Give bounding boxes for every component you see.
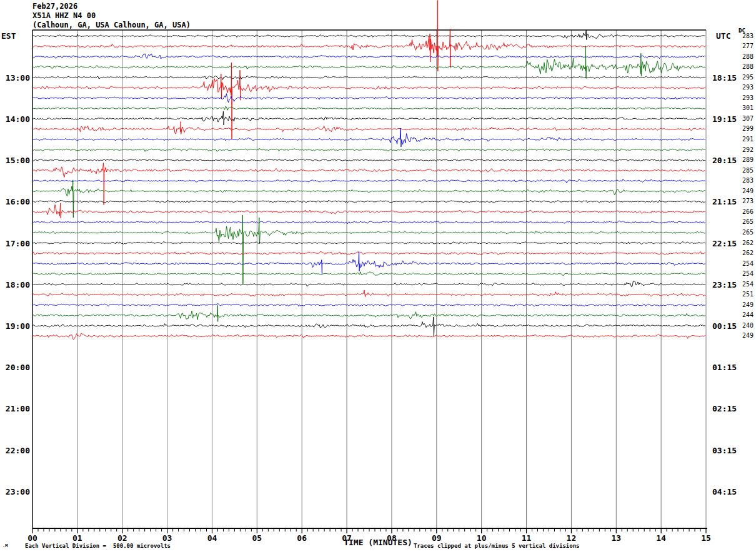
dc-offset-value: 265: [742, 218, 754, 225]
minute-tick-label: 10: [477, 533, 487, 543]
minute-tick-label: 05: [252, 533, 262, 543]
dc-offset-value: 254: [742, 270, 754, 277]
seismic-trace-1400: [32, 111, 705, 125]
header-station: X51A HHZ N4 00: [32, 11, 96, 20]
footer-clip-note: Traces clipped at plus/minus 5 vertical …: [414, 543, 580, 549]
est-hour-label: 13:00: [6, 73, 30, 83]
left-axis-title: EST: [1, 31, 16, 41]
seismic-trace-1700: [32, 242, 705, 244]
utc-hour-label: 18:15: [712, 73, 737, 83]
est-hour-label: 17:00: [6, 239, 30, 248]
minute-tick-label: 03: [162, 533, 172, 543]
x-axis-title: TIME (MINUTES): [344, 538, 412, 547]
dc-offset-value: 291: [742, 136, 754, 143]
minute-tick-label: 11: [522, 533, 532, 543]
utc-hour-label: 19:15: [712, 114, 737, 124]
utc-hour-label: 01:15: [712, 363, 737, 372]
seismic-trace-1200: [32, 31, 705, 40]
minute-tick-label: 00: [27, 533, 37, 543]
dc-offset-value: 262: [742, 239, 754, 246]
seismic-trace-1830: [32, 303, 705, 306]
dc-offset-value: 289: [742, 156, 754, 163]
seismic-trace-1845: [32, 305, 705, 321]
seismic-trace-1245: [32, 46, 705, 78]
seismic-trace-1330: [32, 94, 705, 103]
minute-tick-label: 04: [207, 533, 217, 543]
dc-offset-value: 254: [742, 260, 754, 267]
seismic-trace-1730: [32, 251, 705, 274]
seismic-trace-1230: [32, 54, 705, 59]
seismic-trace-1915: [32, 333, 705, 340]
minute-tick-label: 14: [656, 533, 666, 543]
utc-hour-label: 22:15: [712, 239, 737, 248]
dc-offset-value: 283: [742, 33, 754, 39]
seismic-trace-1900: [32, 317, 705, 336]
dc-offset-value: 251: [742, 291, 754, 298]
seismic-trace-1745: [32, 271, 705, 275]
seismic-trace-1345: [32, 106, 705, 110]
header-location: (Calhoun, GA, USA Calhoun, GA, USA): [32, 21, 191, 29]
seismic-trace-1445: [32, 148, 705, 151]
est-hour-label: 23:00: [6, 487, 30, 496]
minute-tick-label: 15: [701, 533, 711, 543]
dc-offset-value: 288: [742, 63, 754, 70]
seismic-trace-1315: [32, 63, 705, 139]
utc-hour-label: 20:15: [712, 156, 737, 165]
dc-offset-value: 249: [742, 301, 754, 308]
dc-offset-value: 249: [742, 188, 754, 194]
footer-scale-note: Each Vertical Division = 500.00 microvol…: [25, 543, 171, 549]
dc-offset-value: 277: [742, 43, 754, 49]
minute-tick-label: 01: [72, 533, 82, 543]
seismogram-plot: [0, 0, 756, 554]
seismic-trace-1615: [32, 203, 705, 218]
seismic-trace-1630: [32, 221, 705, 224]
dc-offset-value: 295: [742, 74, 754, 81]
seismic-trace-1515: [32, 163, 705, 205]
seismic-trace-1500: [32, 159, 705, 161]
minute-tick-label: 13: [611, 533, 621, 543]
dc-offset-value: 266: [742, 208, 754, 215]
seismic-trace-1430: [32, 128, 705, 147]
dc-offset-value: 285: [742, 167, 754, 174]
footer-watermark: .M: [2, 543, 7, 548]
minute-tick-label: 12: [567, 533, 577, 543]
dc-offset-value: 254: [742, 281, 754, 288]
dc-offset-value: 293: [742, 94, 754, 101]
dc-offset-value: 307: [742, 115, 754, 122]
seismic-trace-1545: [32, 180, 705, 218]
utc-hour-label: 21:15: [712, 197, 737, 206]
dc-offset-value: 283: [742, 177, 754, 184]
est-hour-label: 22:00: [6, 446, 30, 455]
seismic-trace-1600: [32, 200, 705, 203]
utc-hour-label: 23:15: [712, 280, 737, 290]
minute-tick-label: 06: [297, 533, 307, 543]
utc-hour-label: 04:15: [712, 487, 737, 496]
dc-offset-value: 299: [742, 125, 754, 132]
minute-tick-label: 09: [432, 533, 442, 543]
dc-offset-value: 301: [742, 104, 754, 111]
dc-offset-value: 240: [742, 322, 754, 329]
dc-offset-value: 265: [742, 229, 754, 236]
est-hour-label: 21:00: [6, 404, 30, 413]
utc-hour-label: 02:15: [712, 404, 737, 413]
dc-offset-value: 292: [742, 146, 754, 153]
dc-offset-value: 288: [742, 53, 754, 60]
dc-offset-value: 293: [742, 84, 754, 91]
utc-hour-label: 00:15: [712, 321, 737, 331]
seismic-trace-1415: [32, 122, 705, 134]
est-hour-label: 18:00: [6, 280, 30, 290]
est-hour-label: 19:00: [6, 321, 30, 331]
dc-offset-value: 262: [742, 249, 754, 256]
seismic-trace-1530: [32, 179, 705, 183]
dc-offset-value: 249: [742, 332, 754, 339]
seismic-trace-1800: [32, 281, 705, 286]
seismic-trace-1715: [32, 252, 705, 255]
seismic-trace-1300: [32, 76, 705, 79]
est-hour-label: 20:00: [6, 363, 30, 372]
est-hour-label: 16:00: [6, 197, 30, 206]
header-date: Feb27,2026: [32, 2, 77, 11]
dc-offset-value: 273: [742, 198, 754, 204]
utc-hour-label: 03:15: [712, 446, 737, 455]
minute-tick-label: 02: [117, 533, 127, 543]
est-hour-label: 14:00: [6, 114, 30, 124]
